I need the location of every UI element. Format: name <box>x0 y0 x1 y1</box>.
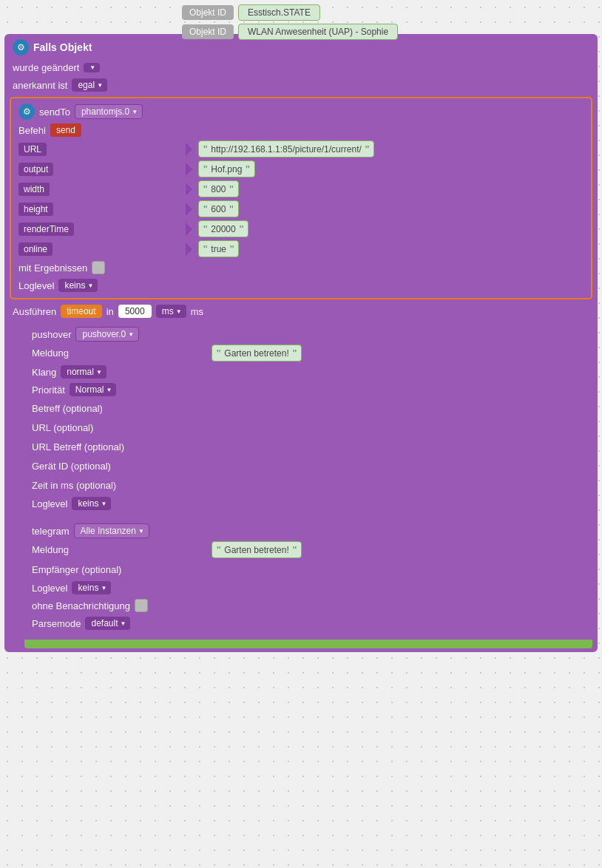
prioritat-dropdown[interactable]: Normal <box>70 383 117 396</box>
ausfuhren-label: Ausführen <box>13 306 56 317</box>
gerat-label: Gerät ID (optional) <box>32 461 111 472</box>
pushover-meldung-row: Meldung " Garten betreten! " <box>29 343 588 363</box>
url-betreff-label: URL Betreff (optional) <box>32 441 124 452</box>
sendto-box: ⚙ sendTo phantomjs.0 Befehl send URL <box>10 97 592 299</box>
telegram-loglevel-dropdown[interactable]: keins <box>72 581 111 594</box>
objekt-id-row-1: Objekt ID Esstisch.STATE <box>182 4 598 21</box>
sendto-instance-dropdown[interactable]: phantomjs.0 <box>75 104 143 119</box>
mit-ergebnissen-checkbox[interactable] <box>92 261 105 274</box>
online-label: online <box>18 243 53 256</box>
betreff-label: Betreff (optional) <box>32 403 103 414</box>
ms2-label: ms <box>191 306 203 317</box>
url-label: URL <box>18 143 47 156</box>
main-block: ⚙ Falls Objekt wurde geändert anerkannt … <box>4 34 598 652</box>
rendertime-label: renderTime <box>18 223 74 236</box>
gerat-connector <box>199 458 208 473</box>
objekt-id-value-1: Esstisch.STATE <box>238 4 320 21</box>
falls-objekt-row: ⚙ Falls Objekt <box>10 38 592 57</box>
sendto-loglevel-dropdown[interactable]: keins <box>58 279 98 292</box>
url-param-row: URL " http://192.168.1.1:85/picture/1/cu… <box>16 139 586 159</box>
sendto-loglevel-label: Loglevel <box>18 280 54 291</box>
pushover-loglevel-label: Loglevel <box>32 498 67 509</box>
sendto-loglevel-row: Loglevel keins <box>16 277 586 294</box>
width-value: " 800 " <box>198 180 239 197</box>
output-param-row: output " Hof.png " <box>16 159 586 179</box>
telegram-meldung-label: Meldung <box>32 544 69 555</box>
output-label: output <box>18 163 53 176</box>
width-label: width <box>18 183 50 196</box>
timeout-badge: timeout <box>61 305 101 318</box>
height-value: " 600 " <box>198 200 239 217</box>
online-value: " true " <box>198 240 239 257</box>
gear-icon: ⚙ <box>13 39 29 55</box>
klang-dropdown[interactable]: normal <box>61 365 106 379</box>
ohne-row: ohne Benachrichtigung <box>29 597 588 614</box>
prioritat-label: Priorität <box>32 384 65 396</box>
pushover-section: pushover pushover.0 Meldung " Garten be <box>24 322 592 517</box>
zeit-label: Zeit in ms (optional) <box>32 480 116 491</box>
pushover-meldung-value: " Garten betreten! " <box>212 345 302 362</box>
telegram-section: telegram Alle Instanzen Meldung " Garte <box>24 519 592 637</box>
pushover-loglevel-row: Loglevel keins <box>29 495 588 512</box>
url-betreff-connector <box>199 439 208 454</box>
ohne-checkbox[interactable] <box>135 599 148 612</box>
online-param-row: online " true " <box>16 239 586 259</box>
mit-ergebnissen-label: mit Ergebnissen <box>18 262 87 274</box>
anerkannt-label: anerkannt ist <box>13 80 67 91</box>
anerkannt-row: anerkannt ist egal <box>10 76 592 94</box>
befehl-row: Befehl send <box>16 121 586 139</box>
objekt-id-label-1: Objekt ID <box>182 5 234 20</box>
pushover-header-row: pushover pushover.0 <box>29 325 588 343</box>
width-param-row: width " 800 " <box>16 179 586 199</box>
klang-label: Klang <box>32 367 56 378</box>
telegram-label: telegram <box>32 526 70 537</box>
pushover-loglevel-dropdown[interactable]: keins <box>72 497 111 510</box>
zeit-row: Zeit in ms (optional) <box>29 475 588 495</box>
pushover-label: pushover <box>32 329 71 340</box>
klang-row: Klang normal <box>29 363 588 381</box>
parsemode-row: Parsemode default <box>29 614 588 632</box>
height-label: height <box>18 203 53 216</box>
ms-dropdown[interactable]: ms <box>156 305 186 318</box>
telegram-loglevel-row: Loglevel keins <box>29 579 588 597</box>
ohne-label: ohne Benachrichtigung <box>32 600 130 611</box>
empfanger-row: Empfänger (optional) <box>29 560 588 579</box>
height-param-row: height " 600 " <box>16 199 586 219</box>
url-opt-row: URL (optional) <box>29 418 588 437</box>
sendto-icon: ⚙ <box>18 104 35 120</box>
pushover-meldung-label: Meldung <box>32 347 69 359</box>
zeit-connector <box>199 478 208 492</box>
ausfuhren-row: Ausführen timeout in 5000 ms ms <box>10 302 592 320</box>
url-opt-label: URL (optional) <box>32 422 93 433</box>
objekt-id-value-2: WLAN Anwesenheit (UAP) - Sophie <box>238 24 398 40</box>
rendertime-param-row: renderTime " 20000 " <box>16 219 586 239</box>
telegram-meldung-value: " Garten betreten! " <box>212 541 302 558</box>
telegram-block: telegram Alle Instanzen Meldung " Garte <box>24 519 592 637</box>
url-betreff-row: URL Betreff (optional) <box>29 437 588 456</box>
gerat-row: Gerät ID (optional) <box>29 456 588 475</box>
empfanger-label: Empfänger (optional) <box>32 564 121 575</box>
anerkannt-dropdown[interactable]: egal <box>72 78 107 92</box>
betreff-connector <box>199 401 208 416</box>
objekt-id-row-2: Objekt ID WLAN Anwesenheit (UAP) - Sophi… <box>182 24 598 40</box>
pushover-block: pushover pushover.0 Meldung " Garten be <box>24 322 592 517</box>
wurde-row: wurde geändert <box>10 58 592 76</box>
befehl-value: send <box>50 123 81 137</box>
output-value: " Hof.png " <box>198 160 255 177</box>
sendto-label: sendTo <box>39 106 70 118</box>
objekt-id-label-2: Objekt ID <box>182 24 234 39</box>
url-value: " http://192.168.1.1:85/picture/1/curren… <box>198 140 374 157</box>
pushover-instance-dropdown[interactable]: pushover.0 <box>75 327 139 342</box>
telegram-header-row: telegram Alle Instanzen <box>29 522 588 540</box>
befehl-label: Befehl <box>18 125 46 136</box>
wurde-dropdown[interactable] <box>84 63 100 72</box>
sendto-row: ⚙ sendTo phantomjs.0 <box>16 102 586 121</box>
telegram-instance-dropdown[interactable]: Alle Instanzen <box>74 523 149 538</box>
empfanger-connector <box>199 562 208 577</box>
falls-objekt-label: Falls Objekt <box>33 41 92 53</box>
parsemode-dropdown[interactable]: default <box>85 617 130 630</box>
telegram-meldung-row: Meldung " Garten betreten! " <box>29 540 588 560</box>
wurde-label: wurde geändert <box>13 62 79 73</box>
telegram-loglevel-label: Loglevel <box>32 583 67 594</box>
timeout-value: 5000 <box>118 305 152 318</box>
